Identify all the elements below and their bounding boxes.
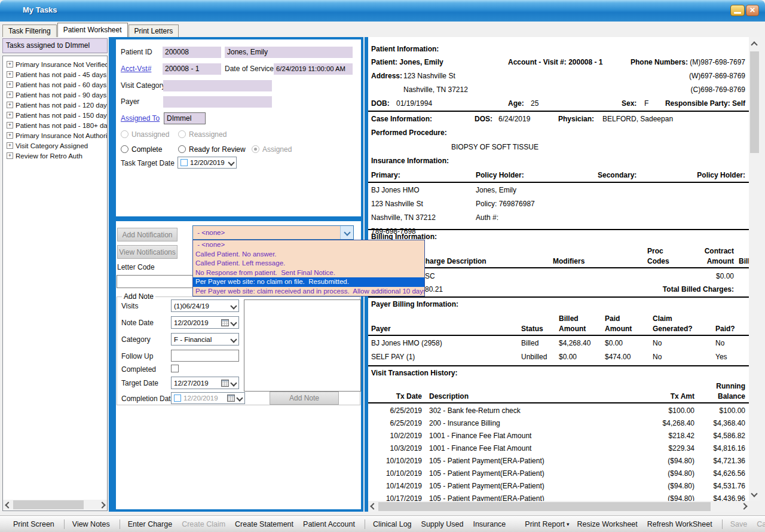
tree-item[interactable]: Patient has not paid - 90 days: [3, 90, 107, 100]
category-select[interactable]: F - Financial: [171, 333, 239, 346]
patient-info-title: Patient Information:: [371, 43, 439, 55]
tree-item[interactable]: Patient has not paid - 45 days: [3, 69, 107, 80]
follow-up-input[interactable]: [171, 350, 239, 362]
toolbar-item[interactable]: Clinical Log: [373, 520, 414, 528]
radio-unassigned-label: Unassigned: [131, 130, 169, 139]
worksheet-vertical-scrollbar[interactable]: [749, 37, 760, 501]
assigned-to-link[interactable]: Assigned To: [121, 114, 160, 123]
expand-icon[interactable]: [7, 142, 13, 149]
paid-header: Paid?: [715, 323, 735, 335]
toolbar-item[interactable]: Supply Used: [421, 520, 466, 528]
chevron-down-icon: [230, 319, 237, 326]
toolbar-item[interactable]: Cancel: [757, 520, 765, 528]
toolbar-item[interactable]: Enter Charge: [128, 520, 174, 528]
combobox-dropdown-button[interactable]: [340, 226, 353, 239]
add-note-button[interactable]: Add Note: [270, 392, 339, 405]
sidebar-horizontal-scrollbar[interactable]: [3, 500, 107, 510]
note-textarea[interactable]: [244, 299, 361, 392]
expand-icon[interactable]: [7, 152, 13, 159]
tree-item[interactable]: Patient has not paid - 150 days: [3, 110, 107, 120]
target-date-label: Target Date: [121, 379, 158, 387]
radio-complete[interactable]: [121, 145, 128, 153]
notification-combobox[interactable]: - <none>: [192, 225, 354, 240]
physician-label: Physician:: [558, 113, 594, 125]
scroll-left-icon[interactable]: [3, 500, 13, 510]
radio-ready-for-review-label: Ready for Review: [189, 145, 246, 154]
policy-holder-name: Jones, Emily: [476, 184, 516, 196]
task-target-date-picker[interactable]: 12/20/2019: [178, 157, 237, 169]
case-info-title: Case Information:: [371, 113, 432, 125]
expand-icon[interactable]: [7, 122, 13, 129]
tree-item[interactable]: Visit Category Assigned: [3, 140, 107, 151]
add-notification-button[interactable]: Add Notification: [117, 228, 178, 241]
worksheet-horizontal-scrollbar[interactable]: [368, 501, 749, 512]
divider: [368, 365, 749, 366]
completion-date-checkbox[interactable]: [174, 395, 181, 402]
tab[interactable]: Print Letters: [128, 25, 179, 37]
dropdown-option[interactable]: Per Payer web site: no claim on file. Re…: [193, 277, 424, 287]
tree-item[interactable]: Patient has not paid - 120 days: [3, 100, 107, 110]
expand-icon[interactable]: [7, 61, 13, 68]
toolbar-item[interactable]: Resize Worksheet: [577, 520, 639, 528]
toolbar-item[interactable]: Insurance: [473, 520, 507, 528]
toolbar-item[interactable]: Create Statement: [235, 520, 295, 528]
tree-item[interactable]: Primary Insurance Not Authorized: [3, 130, 107, 140]
physician-value: BELFORD, Sadeepan: [602, 113, 673, 125]
dropdown-option[interactable]: Called Patient. No answer.: [193, 250, 424, 259]
expand-icon[interactable]: [7, 112, 13, 118]
divider: [368, 182, 749, 183]
scroll-up-icon[interactable]: [749, 39, 759, 50]
minimize-button[interactable]: [730, 5, 745, 16]
table-row: 6/25/2019200 - Insurance Billing $4,268.…: [368, 417, 749, 430]
table-row: 10/10/2019105 - Patient Payment(ERA-Pati…: [368, 455, 749, 467]
scroll-thumb[interactable]: [13, 500, 84, 509]
scroll-thumb[interactable]: [750, 51, 759, 153]
tree-item[interactable]: Primary Insurance Not Verified: [3, 59, 107, 69]
visits-select[interactable]: (1)06/24/19: [171, 299, 239, 312]
chevron-down-icon: [344, 229, 350, 236]
window-title: My Tasks: [23, 5, 57, 14]
tree-item[interactable]: Review for Retro Auth: [3, 151, 107, 161]
target-date-picker[interactable]: 12/27/2019: [171, 377, 239, 389]
toolbar-item[interactable]: Save: [730, 520, 749, 528]
view-notifications-button[interactable]: View Notifications: [117, 245, 178, 259]
radio-ready-for-review[interactable]: [178, 145, 186, 153]
scroll-right-icon[interactable]: [739, 502, 749, 512]
toolbar-item[interactable]: Print Report▾: [525, 520, 569, 528]
task-target-date-checkbox[interactable]: [180, 159, 188, 166]
scroll-down-icon[interactable]: [749, 488, 759, 499]
toolbar-item[interactable]: Create Claim: [182, 520, 227, 528]
close-button[interactable]: ✕: [746, 5, 759, 16]
tab[interactable]: Task Filtering: [2, 25, 57, 37]
dropdown-option[interactable]: Called Patient. Left message.: [193, 259, 424, 268]
acct-vst-link[interactable]: Acct-Vst#: [121, 65, 151, 73]
expand-icon[interactable]: [7, 71, 13, 78]
panel-splitter[interactable]: [109, 37, 114, 512]
expand-icon[interactable]: [7, 132, 13, 139]
dropdown-option[interactable]: - <none>: [193, 240, 424, 250]
expand-icon[interactable]: [7, 91, 13, 98]
tab[interactable]: Patient Worksheet: [57, 23, 128, 37]
dropdown-option[interactable]: Per Payer web site: claim received and i…: [193, 287, 424, 296]
toolbar-item[interactable]: View Notes: [72, 520, 112, 528]
close-icon: ✕: [749, 6, 755, 14]
expand-icon[interactable]: [7, 81, 13, 88]
divider: [368, 402, 749, 403]
follow-up-label: Follow Up: [121, 352, 153, 360]
toolbar-item[interactable]: Print Screen: [13, 520, 56, 528]
toolbar-item[interactable]: Refresh WorkSheet: [647, 520, 714, 528]
toolbar-item[interactable]: Patient Account: [303, 520, 357, 528]
radio-reassigned: [178, 130, 186, 138]
tree-item[interactable]: Patient has not paid - 60 days: [3, 80, 107, 90]
expand-icon[interactable]: [7, 102, 13, 108]
dropdown-option[interactable]: No Response from patient. Sent Final Not…: [193, 268, 424, 278]
scroll-right-icon[interactable]: [97, 500, 107, 510]
tree-item[interactable]: Patient has not paid - 180+ days: [3, 120, 107, 130]
completed-checkbox[interactable]: [171, 365, 179, 372]
note-date-picker[interactable]: 12/20/2019: [171, 316, 239, 329]
divider: [368, 267, 749, 268]
completion-date-picker[interactable]: 12/20/2019: [171, 392, 245, 404]
scroll-left-icon[interactable]: [368, 502, 378, 512]
scroll-thumb[interactable]: [378, 502, 711, 511]
table-row: 6/25/2019302 - Bank fee-Return check $10…: [368, 405, 749, 417]
